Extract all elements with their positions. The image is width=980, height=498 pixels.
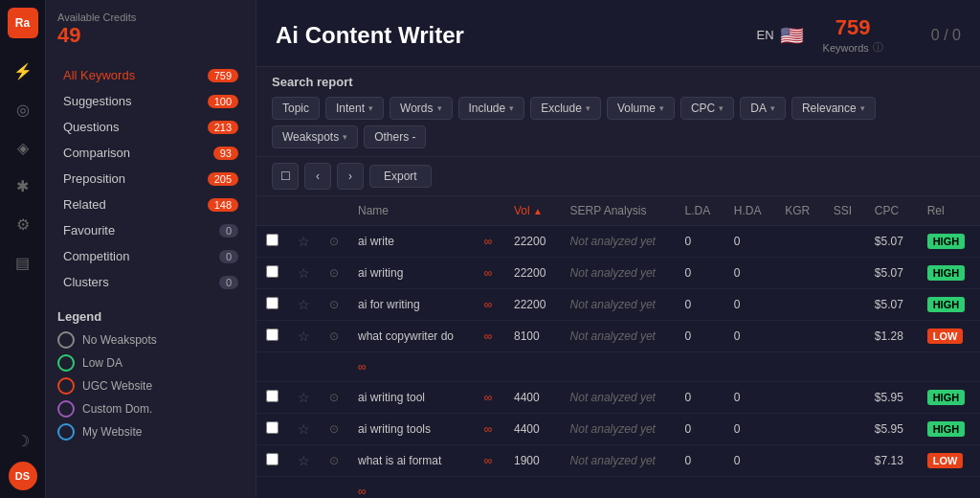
nav-target[interactable]: ◎ (6, 92, 40, 126)
star-icon[interactable]: ☆ (298, 390, 310, 405)
row-checkbox-cell (256, 289, 288, 321)
row-link-cell: ∞ (475, 289, 504, 321)
filter-words[interactable]: Words ▾ (390, 97, 452, 120)
filter-topic[interactable]: Topic (272, 97, 320, 120)
keyword-group-clusters[interactable]: Clusters0 (57, 270, 244, 294)
row-checkbox[interactable] (266, 390, 278, 402)
next-btn[interactable]: › (337, 163, 364, 190)
link-icon[interactable]: ∞ (484, 266, 493, 280)
link-icon[interactable]: ∞ (484, 235, 493, 248)
nav-lightning[interactable]: ⚡ (6, 54, 40, 88)
star-icon[interactable]: ☆ (298, 421, 310, 437)
row-name-cell: ai for writing (348, 289, 475, 321)
row-rel-cell: HIGH (918, 289, 980, 321)
row-checkbox[interactable] (266, 421, 278, 434)
filter-weakspots[interactable]: Weakspots ▾ (272, 125, 358, 148)
settings-icon[interactable]: ⊙ (329, 235, 339, 248)
filter-relevance[interactable]: Relevance ▾ (791, 97, 876, 120)
row-ssi-cell (824, 445, 865, 477)
settings-icon[interactable]: ⊙ (329, 298, 339, 311)
link-icon[interactable]: ∞ (484, 391, 493, 404)
row-checkbox[interactable] (266, 265, 278, 278)
row-link-cell: ∞ (475, 321, 504, 352)
nav-gear[interactable]: ⚙ (6, 207, 40, 241)
count-ratio: 0 / 0 (931, 27, 961, 44)
nav-asterisk[interactable]: ✱ (6, 169, 40, 203)
nav-diamond[interactable]: ◈ (6, 130, 40, 165)
row-kgr-cell (775, 321, 823, 352)
filter-intent[interactable]: Intent ▾ (325, 97, 384, 120)
legend-title: Legend (57, 309, 244, 324)
settings-icon[interactable]: ⊙ (329, 391, 339, 404)
filter-exclude[interactable]: Exclude ▾ (530, 97, 601, 120)
row-name-cell: ai writing tool (348, 382, 475, 414)
th-ssi: SSI (824, 196, 865, 226)
filter-others--[interactable]: Others - (364, 125, 426, 148)
settings-icon[interactable]: ⊙ (329, 454, 339, 467)
row-checkbox[interactable] (266, 328, 278, 341)
legend-section: Legend No WeakspotsLow DAUGC WebsiteCust… (57, 309, 244, 441)
settings-icon[interactable]: ⊙ (329, 266, 339, 280)
row-cpc-cell: $7.13 (865, 445, 918, 477)
nav-moon[interactable]: ☽ (6, 423, 40, 458)
row-checkbox[interactable] (266, 234, 278, 246)
th-vol[interactable]: Vol ▲ (504, 196, 561, 226)
serp-status: Not analyzed yet (570, 454, 656, 467)
settings-icon[interactable]: ⊙ (329, 422, 339, 436)
legend-item-0: No Weakspots (57, 331, 244, 349)
row-link-cell: ∞ (475, 445, 504, 477)
filter-volume[interactable]: Volume ▾ (607, 97, 675, 120)
export-btn[interactable]: Export (369, 165, 432, 188)
filter-da[interactable]: DA ▾ (740, 97, 786, 120)
prev-btn[interactable]: ‹ (304, 163, 331, 190)
star-icon[interactable]: ☆ (298, 297, 310, 312)
credits-label: Available Credits (57, 11, 244, 23)
link-icon-cont[interactable]: ∞ (358, 485, 367, 498)
star-icon[interactable]: ☆ (298, 453, 310, 468)
legend-item-4: My Website (57, 423, 244, 441)
keyword-list: All Keywords759Suggestions100Questions21… (57, 63, 244, 294)
keyword-group-competition[interactable]: Competition0 (57, 244, 244, 268)
table-body: ☆ ⊙ ai write ∞ 22200 Not analyzed yet 0 … (256, 226, 980, 499)
keyword-group-all-keywords[interactable]: All Keywords759 (57, 63, 244, 87)
link-icon[interactable]: ∞ (484, 298, 493, 311)
logo[interactable]: Ra (8, 8, 38, 38)
row-rel-cell: HIGH (918, 414, 980, 445)
filter-cpc[interactable]: CPC ▾ (680, 97, 734, 120)
star-icon[interactable]: ☆ (298, 328, 310, 344)
link-icon[interactable]: ∞ (484, 329, 493, 343)
star-icon[interactable]: ☆ (298, 265, 310, 281)
row-star-cell: ☆ (288, 258, 320, 289)
row-checkbox[interactable] (266, 297, 278, 309)
keyword-group-comparison[interactable]: Comparison93 (57, 141, 244, 165)
link-icon-cont[interactable]: ∞ (358, 360, 367, 374)
keyword-group-questions[interactable]: Questions213 (57, 115, 244, 139)
row-lda-cell: 0 (676, 321, 724, 352)
keyword-group-preposition[interactable]: Preposition205 (57, 167, 244, 191)
lang-selector[interactable]: EN 🇺🇸 (757, 24, 804, 47)
row-ssi-cell (824, 258, 865, 289)
user-avatar[interactable]: DS (9, 462, 37, 490)
link-icon[interactable]: ∞ (484, 454, 493, 467)
nav-card[interactable]: ▤ (6, 245, 40, 280)
row-name-cell: what is ai format (348, 445, 475, 477)
table-row: ☆ ⊙ ai write ∞ 22200 Not analyzed yet 0 … (256, 226, 980, 258)
settings-icon[interactable]: ⊙ (329, 329, 339, 343)
row-checkbox[interactable] (266, 453, 278, 465)
th-hda: H.DA (724, 196, 775, 226)
select-all-btn[interactable]: ☐ (272, 163, 299, 190)
row-settings-cell: ⊙ (320, 226, 348, 258)
row-star-cell: ☆ (288, 445, 320, 477)
row-hda-cell: 0 (724, 414, 775, 445)
filter-include[interactable]: Include ▾ (458, 97, 525, 120)
keyword-group-favourite[interactable]: Favourite0 (57, 218, 244, 242)
table-header-row: Name Vol ▲ SERP Analysis L.DA H.DA KGR S… (256, 196, 980, 226)
star-icon[interactable]: ☆ (298, 234, 310, 249)
link-icon[interactable]: ∞ (484, 422, 493, 436)
row-cpc-cell: $5.07 (865, 258, 918, 289)
row-rel-cell: HIGH (918, 258, 980, 289)
keyword-group-suggestions[interactable]: Suggestions100 (57, 89, 244, 113)
keyword-group-related[interactable]: Related148 (57, 192, 244, 216)
table-row: ☆ ⊙ ai writing ∞ 22200 Not analyzed yet … (256, 258, 980, 289)
row-kgr-cell (775, 445, 823, 477)
